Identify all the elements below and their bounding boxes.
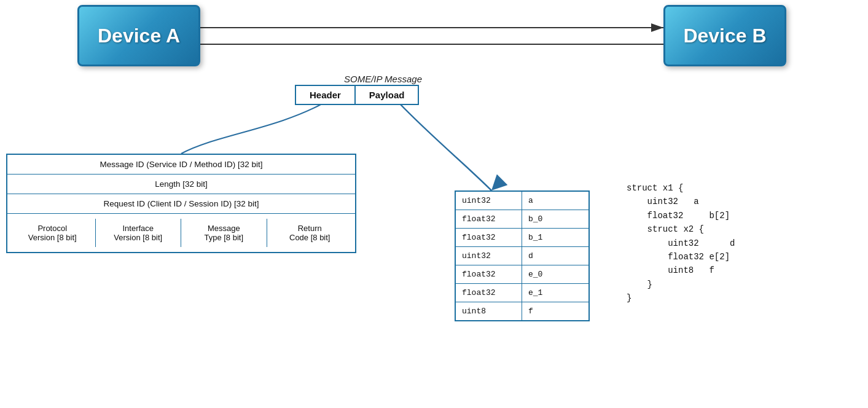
device-a: Device A xyxy=(77,5,200,66)
header-row-1: Message ID (Service ID / Method ID) [32 … xyxy=(7,155,355,175)
interface-version-cell: InterfaceVersion [8 bit] xyxy=(96,219,182,247)
payload-row-5: float32 e_1 xyxy=(456,284,588,302)
device-b-label: Device B xyxy=(683,25,766,47)
payload-row-0: uint32 a xyxy=(456,192,588,210)
payload-row-1: float32 b_0 xyxy=(456,210,588,229)
device-b: Device B xyxy=(663,5,786,66)
payload-detail-box: uint32 a float32 b_0 float32 b_1 uint32 … xyxy=(455,190,590,321)
message-box: Header Payload xyxy=(295,85,419,105)
header-cell-label: Header xyxy=(296,86,356,104)
struct-code-block: struct x1 { uint32 a float32 b[2] struct… xyxy=(627,181,735,305)
someip-label: SOME/IP Message xyxy=(344,74,422,84)
payload-row-2: float32 b_1 xyxy=(456,229,588,247)
payload-row-4: float32 e_0 xyxy=(456,265,588,284)
protocol-version-cell: ProtocolVersion [8 bit] xyxy=(10,219,96,247)
header-row-3: Request ID (Client ID / Session ID) [32 … xyxy=(7,194,355,214)
header-row-2: Length [32 bit] xyxy=(7,175,355,194)
payload-row-6: uint8 f xyxy=(456,302,588,320)
header-detail-box: Message ID (Service ID / Method ID) [32 … xyxy=(6,154,356,253)
message-type-cell: MessageType [8 bit] xyxy=(181,219,267,247)
return-code-cell: ReturnCode [8 bit] xyxy=(267,219,353,247)
payload-cell-label: Payload xyxy=(356,86,418,104)
device-a-label: Device A xyxy=(98,25,180,47)
header-row-4: ProtocolVersion [8 bit] InterfaceVersion… xyxy=(7,214,355,252)
payload-row-3: uint32 d xyxy=(456,247,588,265)
